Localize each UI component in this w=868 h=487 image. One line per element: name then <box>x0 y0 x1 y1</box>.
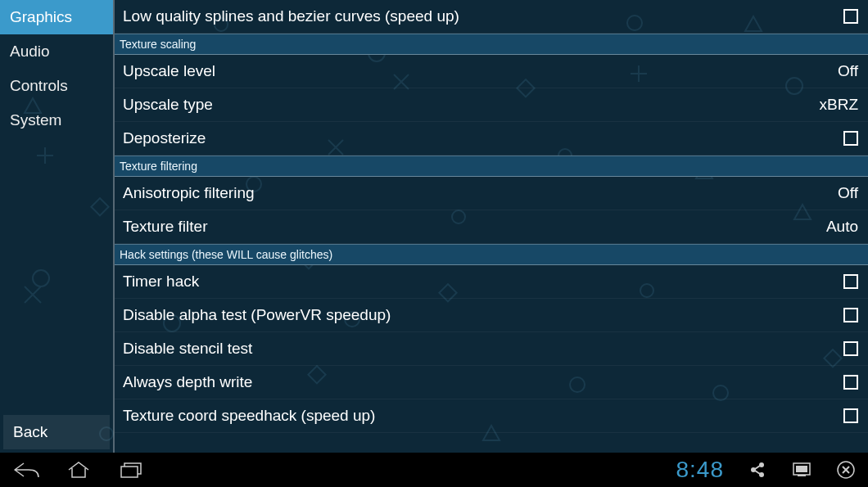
setting-deposterize[interactable]: Deposterize <box>115 122 868 156</box>
checkbox-icon <box>843 131 858 146</box>
sidebar: Graphics Audio Controls System Back <box>0 0 113 453</box>
setting-label: Disable alpha test (PowerVR speedup) <box>123 306 391 324</box>
setting-value: Off <box>838 184 858 202</box>
settings-panel: Low quality splines and bezier curves (s… <box>113 0 868 453</box>
setting-label: Timer hack <box>123 273 199 291</box>
recent-apps-icon[interactable] <box>116 460 146 480</box>
setting-low-quality-splines[interactable]: Low quality splines and bezier curves (s… <box>115 0 868 34</box>
setting-label: Texture filter <box>123 218 207 236</box>
setting-label: Deposterize <box>123 129 206 147</box>
setting-label: Disable stencil test <box>123 340 252 358</box>
setting-label: Always depth write <box>123 373 252 391</box>
section-header-texture-scaling: Texture scaling <box>115 34 868 55</box>
checkbox-icon <box>843 341 858 356</box>
svg-rect-25 <box>796 466 807 472</box>
setting-upscale-type[interactable]: Upscale type xBRZ <box>115 88 868 122</box>
setting-texture-coord-speedhack[interactable]: Texture coord speedhack (speed up) <box>115 399 868 433</box>
setting-disable-stencil-test[interactable]: Disable stencil test <box>115 332 868 366</box>
setting-value: xBRZ <box>820 96 859 114</box>
close-icon[interactable] <box>835 459 857 480</box>
section-header-hack-settings: Hack settings (these WILL cause glitches… <box>115 244 868 265</box>
setting-timer-hack[interactable]: Timer hack <box>115 265 868 299</box>
setting-always-depth-write[interactable]: Always depth write <box>115 366 868 399</box>
setting-disable-alpha-test[interactable]: Disable alpha test (PowerVR speedup) <box>115 299 868 332</box>
setting-anisotropic-filtering[interactable]: Anisotropic filtering Off <box>115 177 868 210</box>
setting-label: Upscale type <box>123 96 213 114</box>
sidebar-item-system[interactable]: System <box>0 103 113 138</box>
checkbox-icon <box>843 408 858 423</box>
setting-value: Off <box>838 62 858 80</box>
checkbox-icon <box>843 9 858 24</box>
android-navbar: 8:48 <box>0 453 868 487</box>
setting-label: Anisotropic filtering <box>123 184 255 202</box>
setting-label: Upscale level <box>123 62 215 80</box>
setting-value: Auto <box>826 218 858 236</box>
setting-texture-filter[interactable]: Texture filter Auto <box>115 210 868 244</box>
sidebar-item-controls[interactable]: Controls <box>0 69 113 103</box>
checkbox-icon <box>843 308 858 322</box>
share-icon[interactable] <box>747 459 768 480</box>
back-icon[interactable] <box>11 460 41 480</box>
back-button[interactable]: Back <box>3 415 110 449</box>
setting-label: Texture coord speedhack (speed up) <box>123 407 375 425</box>
svg-rect-26 <box>798 475 806 476</box>
checkbox-icon <box>843 375 858 390</box>
status-clock: 8:48 <box>676 457 725 483</box>
checkbox-icon <box>843 274 858 289</box>
sidebar-item-graphics[interactable]: Graphics <box>0 0 113 34</box>
screenshot-icon[interactable] <box>791 459 812 480</box>
sidebar-item-audio[interactable]: Audio <box>0 34 113 69</box>
svg-rect-20 <box>121 467 138 477</box>
setting-upscale-level[interactable]: Upscale level Off <box>115 55 868 88</box>
setting-label: Low quality splines and bezier curves (s… <box>123 7 459 25</box>
home-icon[interactable] <box>64 460 93 480</box>
section-header-texture-filtering: Texture filtering <box>115 156 868 177</box>
